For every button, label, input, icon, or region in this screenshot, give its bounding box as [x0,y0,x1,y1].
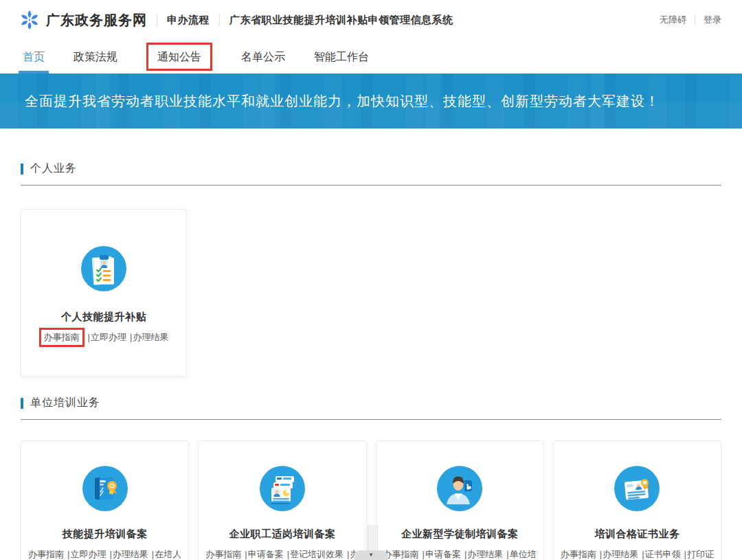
tab-notices[interactable]: 通知公告 [146,43,212,71]
chevron-down-icon: ▾ [370,551,373,558]
browser-chart-icon [260,466,305,511]
section-unit-header: 单位培训业务 [21,396,721,410]
card-training-certificate-services[interactable]: 培训合格证书业务 办事指南|办理结果|证书申领|打印证书|培训人员查询 [553,440,721,560]
section-bar-decoration [21,164,23,175]
link-separator: | [464,549,466,559]
main-nav: 首页 政策法规 通知公告 名单公示 智能工作台 [0,40,742,74]
accessibility-link[interactable]: 无障碍 [660,14,686,26]
card-title: 技能提升培训备案 [21,528,188,541]
card-link[interactable]: 办理结果 [113,549,148,559]
section-personal-title: 个人业务 [30,161,77,176]
section-divider [21,185,721,186]
link-separator: | [152,549,154,559]
link-separator: | [109,549,111,559]
card-links: 办事指南|立即办理|办理结果|在培人员查询|学员情况查询 [21,547,188,560]
card-link[interactable]: 登记培训效果 [290,549,344,559]
card-title: 培训合格证书业务 [554,528,721,541]
card-link[interactable]: 办理结果 [467,549,503,559]
card-link[interactable]: 申请备案 [425,549,461,559]
card-link[interactable]: 办事指南 [383,549,419,559]
tab-policies[interactable]: 政策法规 [74,40,117,74]
card-link[interactable]: 办事指南 [205,549,241,559]
card-link[interactable]: 办理结果 [133,332,168,342]
certificate-medal-icon [614,466,660,511]
card-link[interactable]: 证书申领 [645,549,681,559]
card-link[interactable]: 办事指南 [561,549,596,559]
link-separator: | [684,549,686,559]
link-separator: | [287,549,289,559]
header-flow-link[interactable]: 申办流程 [167,14,210,27]
site-name: 广东政务服务网 [46,11,147,30]
card-link[interactable]: 立即办理 [70,549,106,559]
hero-banner: 全面提升我省劳动者职业技能水平和就业创业能力，加快知识型、技能型、创新型劳动者大… [0,74,742,128]
section-unit-title: 单位培训业务 [30,396,100,410]
tab-public-list-label: 名单公示 [241,51,285,63]
card-links: 办事指南|立即办理|办理结果 [21,330,186,345]
clipboard-checklist-icon [81,246,126,291]
header: 广东政务服务网 申办流程 广东省职业技能提升培训补贴申领管理信息系统 无障碍 登… [0,0,742,40]
link-separator: | [506,549,508,559]
tab-home[interactable]: 首页 [23,40,45,74]
card-employee-adaptation-training[interactable]: 企业职工适岗培训备案 办事指南|申请备案|登记培训效果|办理结果|单位培训人员查… [198,440,366,560]
divider [695,15,695,25]
card-link[interactable]: 申请备案 [248,549,284,559]
link-separator: | [642,549,644,559]
card-links: 办事指南|申请备案|办理结果|单位培训人员查询 [376,547,543,560]
card-link[interactable]: 办事指南 [28,549,64,559]
login-link[interactable]: 登录 [704,14,721,26]
gdzwfw-logo-icon [19,10,40,30]
section-bar-decoration [21,398,23,409]
card-title: 企业新型学徒制培训备案 [376,528,543,541]
scroll-down-handle[interactable]: ▾ [355,550,387,560]
book-medal-icon [82,466,128,511]
divider [157,14,157,26]
section-divider [21,419,721,420]
link-separator: | [67,549,69,559]
tab-policies-label: 政策法规 [74,51,117,63]
scrollbar-track[interactable] [368,525,378,551]
tab-public-list[interactable]: 名单公示 [241,40,285,74]
card-title: 企业职工适岗培训备案 [199,528,366,541]
tab-notices-label: 通知公告 [157,51,201,63]
card-title: 个人技能提升补贴 [21,311,186,324]
divider [219,14,220,26]
page-root: 广东政务服务网 申办流程 广东省职业技能提升培训补贴申领管理信息系统 无障碍 登… [0,0,742,560]
banner-slogan: 全面提升我省劳动者职业技能水平和就业创业能力，加快知识型、技能型、创新型劳动者大… [0,74,742,128]
card-skill-training-filing[interactable]: 技能提升培训备案 办事指南|立即办理|办理结果|在培人员查询|学员情况查询 [21,440,189,560]
link-separator: | [600,549,602,559]
section-personal-header: 个人业务 [21,161,721,176]
card-new-apprenticeship-training[interactable]: 企业新型学徒制培训备案 办事指南|申请备案|办理结果|单位培训人员查询 [376,440,544,560]
card-links: 办事指南|申请备案|登记培训效果|办理结果|单位培训人员查询 [199,547,366,560]
main-content: 个人业务 个人技能提升补贴 办事指南|立即办理|办理结果 [0,161,742,560]
tab-home-label: 首页 [23,51,45,63]
link-separator: | [347,549,349,559]
card-link[interactable]: 立即办理 [91,332,126,342]
link-separator: | [88,332,90,342]
link-separator: | [423,549,425,559]
tab-smart-workbench[interactable]: 智能工作台 [314,40,369,74]
person-thumbsup-icon [437,466,482,511]
card-links: 办事指南|办理结果|证书申领|打印证书|培训人员查询 [554,547,721,560]
card-personal-skill-subsidy[interactable]: 个人技能提升补贴 办事指南|立即办理|办理结果 [21,209,187,377]
link-separator: | [130,332,132,342]
tab-smart-workbench-label: 智能工作台 [314,51,369,63]
link-separator: | [245,549,247,559]
system-title: 广东省职业技能提升培训补贴申领管理信息系统 [229,14,453,27]
card-link[interactable]: 办理结果 [603,549,638,559]
card-link[interactable]: 办事指南 [39,328,85,347]
